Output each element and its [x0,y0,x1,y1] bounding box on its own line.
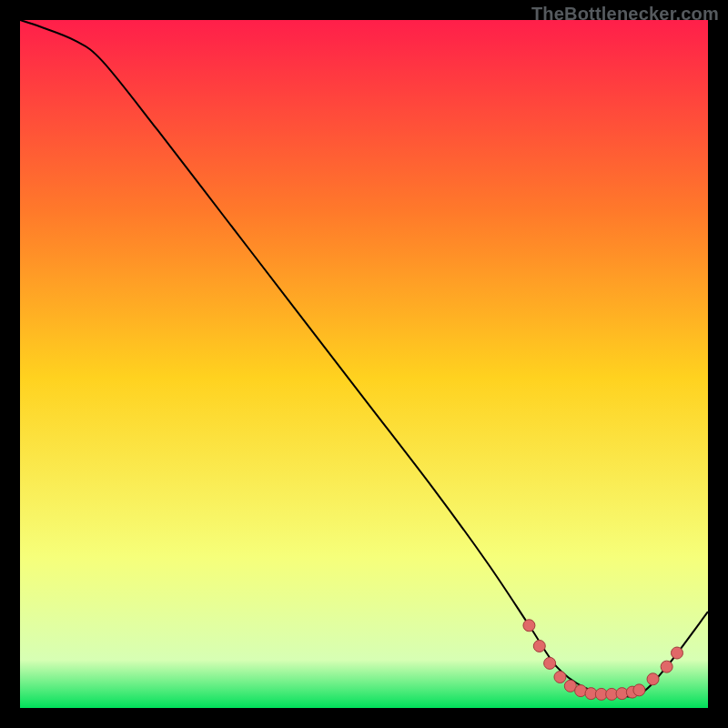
marker-point [533,640,545,652]
chart-frame: TheBottlenecker.com [0,0,728,728]
chart-svg [20,20,708,708]
marker-point [633,684,645,696]
marker-point [523,620,535,632]
marker-point [544,657,556,669]
marker-point [661,661,672,672]
watermark-label: TheBottlenecker.com [531,4,719,25]
marker-point [647,673,659,685]
marker-point [671,647,682,659]
marker-point [554,671,566,682]
gradient-background [20,20,708,708]
chart-plot [20,20,708,708]
